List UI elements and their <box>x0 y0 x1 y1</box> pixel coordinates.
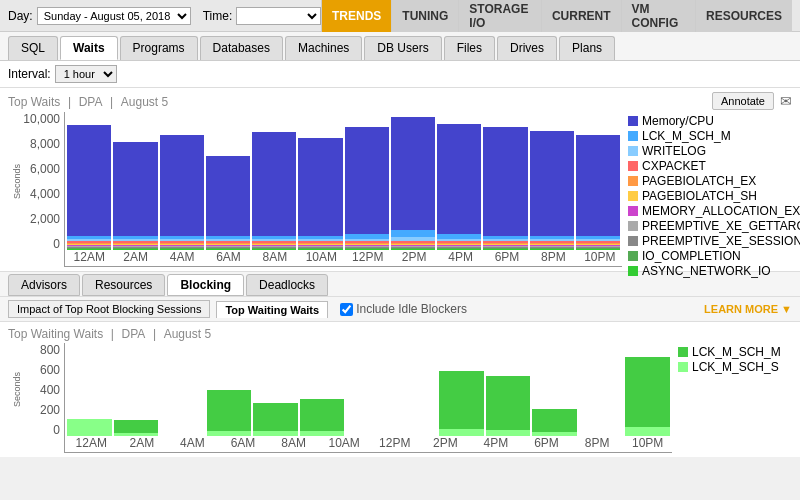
top-legend: Memory/CPULCK_M_SCH_MWRITELOGCXPACKETPAG… <box>622 112 792 267</box>
nav-tab-tuning[interactable]: TUNING <box>391 0 458 32</box>
bar-segment <box>625 357 670 427</box>
bar-group <box>252 112 296 250</box>
bar-group <box>67 112 111 250</box>
bar-group <box>113 112 157 250</box>
sub-tab-waits[interactable]: Waits <box>60 36 118 60</box>
bar-segment <box>298 138 342 236</box>
top-chart-area: 12AM2AM4AM6AM8AM10AM12PM2PM4PM6PM8PM10PM <box>64 112 622 267</box>
legend-color <box>628 206 638 216</box>
interval-select[interactable]: 1 hour <box>55 65 117 83</box>
sub-tab-files[interactable]: Files <box>444 36 495 60</box>
top-y-axis: 10,0008,0006,0004,0002,0000 <box>22 112 64 267</box>
bar-group <box>346 343 391 436</box>
bar-segment <box>391 230 435 237</box>
bottom-chart-area: 12AM2AM4AM6AM8AM10AM12PM2PM4PM6PM8PM10PM <box>64 343 672 453</box>
legend-item: MEMORY_ALLOCATION_EXT <box>628 204 786 218</box>
y-label: 8,000 <box>30 137 60 151</box>
nav-tab-current[interactable]: CURRENT <box>541 0 621 32</box>
bar-segment <box>437 124 481 234</box>
legend-label: PREEMPTIVE_XE_GETTARGETSTA <box>642 219 800 233</box>
learn-more-button[interactable]: LEARN MORE ▼ <box>704 303 792 315</box>
time-select[interactable] <box>236 7 321 25</box>
sub-tab-plans[interactable]: Plans <box>559 36 615 60</box>
include-idle-label[interactable]: Include Idle Blockers <box>340 302 467 316</box>
top-waiting-button[interactable]: Top Waiting Waits <box>216 301 328 318</box>
legend-label: PAGEBIOLATCH_SH <box>642 189 757 203</box>
bar-segment <box>532 409 577 432</box>
bottom-bar-chart-wrapper: Seconds 8006004002000 12AM2AM4AM6AM8AM10… <box>8 343 792 453</box>
bar-group <box>67 343 112 436</box>
mail-icon[interactable]: ✉ <box>780 93 792 109</box>
legend-color <box>628 131 638 141</box>
bar-group <box>579 343 624 436</box>
legend-label: IO_COMPLETION <box>642 249 741 263</box>
legend-label: LCK_M_SCH_M <box>642 129 731 143</box>
x-label: 4AM <box>168 436 217 452</box>
legend-item: WRITELOG <box>628 144 786 158</box>
legend-item: Memory/CPU <box>628 114 786 128</box>
legend-color <box>628 146 638 156</box>
x-label: 8PM <box>531 250 575 266</box>
legend-color <box>678 347 688 357</box>
bar-segment <box>576 135 620 236</box>
y-label: 600 <box>40 363 60 377</box>
day-select[interactable]: Sunday - August 05, 2018 <box>37 7 191 25</box>
bottom-tab-resources[interactable]: Resources <box>82 274 165 296</box>
legend-item: PREEMPTIVE_XE_GETTARGETSTA <box>628 219 786 233</box>
bottom-tab-deadlocks[interactable]: Deadlocks <box>246 274 328 296</box>
sub-tab-machines[interactable]: Machines <box>285 36 362 60</box>
bar-group <box>393 343 438 436</box>
bar-segment <box>114 420 159 433</box>
legend-label: MEMORY_ALLOCATION_EXT <box>642 204 800 218</box>
top-chart-header: Top Waits | DPA | August 5 Annotate ✉ <box>8 92 792 110</box>
bar-group <box>298 112 342 250</box>
legend-item: IO_COMPLETION <box>628 249 786 263</box>
sub-tab-db-users[interactable]: DB Users <box>364 36 441 60</box>
legend-color <box>628 191 638 201</box>
bottom-legend: LCK_M_SCH_MLCK_M_SCH_S <box>672 343 792 453</box>
legend-item: ASYNC_NETWORK_IO <box>628 264 786 278</box>
x-label: 8PM <box>573 436 622 452</box>
bar-segment <box>486 376 531 430</box>
bottom-chart-header: Top Waiting Waits | DPA | August 5 <box>8 326 792 341</box>
top-chart-section: Top Waits | DPA | August 5 Annotate ✉ Se… <box>0 88 800 272</box>
annotate-button[interactable]: Annotate <box>712 92 774 110</box>
nav-tab-vmconfig[interactable]: VM CONFIG <box>621 0 695 32</box>
legend-item: PAGEBIOLATCH_EX <box>628 174 786 188</box>
impact-blocking-button[interactable]: Impact of Top Root Blocking Sessions <box>8 300 210 318</box>
sub-tab-drives[interactable]: Drives <box>497 36 557 60</box>
x-label: 2AM <box>113 250 157 266</box>
sub-tab-programs[interactable]: Programs <box>120 36 198 60</box>
bottom-tab-advisors[interactable]: Advisors <box>8 274 80 296</box>
x-label: 12AM <box>67 436 116 452</box>
nav-tab-storage[interactable]: STORAGE I/O <box>458 0 541 32</box>
x-label: 2AM <box>118 436 167 452</box>
x-label: 6AM <box>219 436 268 452</box>
legend-item: LCK_M_SCH_S <box>678 360 786 374</box>
x-label: 8AM <box>269 436 318 452</box>
bar-group <box>114 343 159 436</box>
x-label: 10AM <box>299 250 343 266</box>
sub-tab-sql[interactable]: SQL <box>8 36 58 60</box>
nav-tab-resources[interactable]: RESOURCES <box>695 0 792 32</box>
legend-color <box>628 176 638 186</box>
bar-group <box>576 112 620 250</box>
x-label: 4PM <box>438 250 482 266</box>
legend-color <box>628 221 638 231</box>
bottom-tab-blocking[interactable]: Blocking <box>167 274 244 296</box>
bar-segment <box>483 127 527 236</box>
bar-group <box>437 112 481 250</box>
top-x-labels: 12AM2AM4AM6AM8AM10AM12PM2PM4PM6PM8PM10PM <box>65 250 622 266</box>
include-idle-checkbox[interactable] <box>340 303 353 316</box>
legend-item: LCK_M_SCH_M <box>678 345 786 359</box>
legend-item: PREEMPTIVE_XE_SESSIONCOMMT <box>628 234 786 248</box>
legend-label: PAGEBIOLATCH_EX <box>642 174 756 188</box>
legend-color <box>628 266 638 276</box>
legend-item: CXPACKET <box>628 159 786 173</box>
bar-segment <box>113 142 157 236</box>
y-label: 200 <box>40 403 60 417</box>
sub-tab-databases[interactable]: Databases <box>200 36 283 60</box>
blocking-row: Impact of Top Root Blocking Sessions Top… <box>0 297 800 322</box>
legend-label: ASYNC_NETWORK_IO <box>642 264 771 278</box>
nav-tab-trends[interactable]: TRENDS <box>321 0 391 32</box>
